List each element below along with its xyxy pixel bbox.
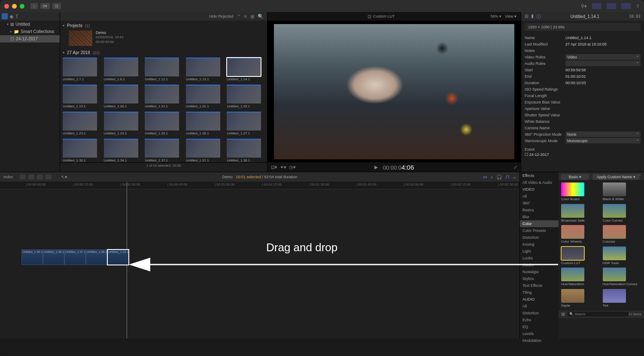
browser-clip[interactable]: Untitled_1.34.1 — [104, 139, 142, 162]
browser-clip[interactable]: Untitled_1.24.1 — [104, 112, 142, 135]
effects-category[interactable]: Light — [520, 248, 559, 255]
timeline-clip[interactable]: Untitled_1.36.1 — [21, 250, 43, 265]
photos-tab-icon[interactable]: ◉ — [9, 14, 14, 19]
effects-category[interactable]: All — [520, 303, 559, 310]
effects-category[interactable]: Echo — [520, 316, 559, 323]
effects-category[interactable]: Text Effects — [520, 282, 559, 289]
zoom-dropdown[interactable]: 56% ▾ — [491, 14, 502, 18]
link-button[interactable]: ⨝ — [513, 174, 516, 180]
enhance-button[interactable]: ✦▾ — [280, 164, 286, 170]
effects-category[interactable]: Tiling — [520, 289, 559, 296]
layout-1-button[interactable] — [592, 3, 601, 9]
fullscreen-button[interactable]: ⤢ — [513, 164, 517, 170]
filmstrip-view-button[interactable]: ≡ — [244, 14, 247, 19]
inspector-video-tab[interactable]: ⊟ — [525, 13, 529, 20]
timeline-ruler[interactable]: | 00:00:00:00| 00:00:15:00| 00:00:30:00|… — [0, 182, 519, 189]
inspector-filmstrip-tab[interactable]: ▮ — [531, 13, 534, 20]
browser-clip[interactable]: Untitled_1.37.1 — [186, 139, 224, 162]
titles-tab-icon[interactable]: T — [15, 14, 18, 19]
index-button[interactable]: Index — [3, 175, 13, 179]
browser-clip[interactable]: Untitled_1.13.1 — [186, 58, 224, 81]
effects-category[interactable]: Levels — [520, 330, 559, 337]
browser-clip[interactable]: Untitled_1.26.1 — [186, 112, 224, 135]
browser-clip[interactable]: Untitled_1.38.1 — [227, 139, 264, 162]
browser-clip[interactable]: Untitled_1.27.1 — [227, 112, 264, 135]
retime-button[interactable]: ◷▾ — [289, 164, 296, 170]
effect-item[interactable]: Colorize — [603, 225, 642, 244]
effect-item[interactable]: Custom LUT — [561, 246, 600, 265]
effects-category[interactable]: AUDIO — [520, 296, 559, 303]
effect-item[interactable]: Tint — [603, 289, 642, 308]
audio-skim-button[interactable]: ♪ — [491, 174, 493, 180]
effects-category[interactable]: Masks — [520, 262, 559, 268]
effects-thumbs-button[interactable]: ⊞ — [561, 311, 565, 317]
tl-tool-1[interactable] — [20, 174, 26, 180]
tl-tool-4[interactable] — [46, 174, 52, 180]
effects-search[interactable]: 🔍 Search — [568, 312, 629, 316]
browser-clip[interactable]: Untitled_1.30.1 — [63, 139, 100, 162]
apply-custom-name-dropdown[interactable]: Apply Custom Name ▾ — [592, 174, 640, 180]
list-view-button[interactable]: ⊞ — [250, 14, 254, 19]
select-tool[interactable]: ↖▾ — [61, 174, 67, 180]
snap-button[interactable]: ⊓ — [506, 174, 510, 180]
bg-tasks-button[interactable]: ◷ — [52, 3, 61, 9]
timeline-clip[interactable]: Untitled_1.14.1 — [107, 250, 129, 265]
project-item[interactable]: Demo 02/05/2018, 15:43 00:00:52:04 — [69, 30, 264, 46]
view-dropdown[interactable]: View ▾ — [505, 14, 516, 18]
play-button[interactable]: ▶ — [374, 164, 378, 170]
browser-clip[interactable]: Untitled_1.14.1 — [227, 58, 264, 81]
effect-item[interactable]: Color Board — [561, 183, 600, 201]
viewer-frame[interactable] — [274, 24, 514, 159]
effects-category[interactable]: Basics — [520, 207, 559, 213]
layout-2-button[interactable] — [607, 3, 616, 9]
browser-clip[interactable]: Untitled_1.7.1 — [63, 58, 100, 81]
effects-category[interactable]: All Video & Audio — [520, 179, 559, 186]
effect-item[interactable]: Black & White — [603, 183, 642, 201]
browser-clip[interactable]: Untitled_1.23.1 — [63, 112, 100, 135]
effects-category[interactable]: VIDEO — [520, 186, 559, 193]
effects-category[interactable]: All — [520, 193, 559, 200]
metadata-view-dropdown[interactable]: Basic ▾ — [561, 174, 589, 180]
browser-clip[interactable]: Untitled_1.15.1 — [63, 85, 100, 108]
browser-clip[interactable]: Untitled_1.20.1 — [104, 85, 142, 108]
effect-item[interactable]: Color Wheels — [561, 225, 600, 244]
effects-category[interactable]: EQ — [520, 323, 559, 330]
close-window-button[interactable] — [4, 4, 9, 9]
effects-category[interactable]: Modulation — [520, 337, 559, 344]
sidebar-library[interactable]: ▾⊞ Untitled — [0, 21, 60, 28]
effects-category[interactable]: Stylize — [520, 275, 559, 282]
timeline-clip[interactable]: Untitled_1.46.1 — [43, 250, 64, 265]
hide-rejected-button[interactable]: Hide Rejected — [209, 14, 234, 18]
inspector-select[interactable]: ⌃ — [565, 61, 641, 66]
effects-category[interactable]: Keying — [520, 241, 559, 248]
inspector-info-tab[interactable]: ⓘ — [536, 13, 541, 20]
timeline-tracks[interactable]: Untitled_1.36.1Untitled_1.46.1Untitled_1… — [0, 189, 519, 338]
skimming-button[interactable]: ≡• — [483, 174, 487, 180]
keyword-button[interactable]: 0▾ — [40, 3, 50, 9]
solo-button[interactable]: 🎧 — [496, 174, 502, 180]
effect-item[interactable]: Color Curves — [603, 204, 642, 223]
minimize-window-button[interactable] — [12, 4, 17, 9]
timeline-clip[interactable]: Untitled_1.38.1 — [86, 250, 107, 265]
browser-clip[interactable]: Untitled_1.22.1 — [227, 85, 264, 108]
browser-clip[interactable]: Untitled_1.21.1 — [186, 85, 224, 108]
effects-category[interactable]: Looks — [520, 255, 559, 262]
maximize-window-button[interactable] — [20, 4, 24, 9]
tl-tool-2[interactable] — [28, 174, 34, 180]
sidebar-smart-collections[interactable]: ▸📁 Smart Collections — [0, 28, 60, 35]
effects-category[interactable]: Distortion — [520, 234, 559, 241]
effect-item[interactable]: Hue/Saturation Curves — [603, 268, 642, 286]
effects-category[interactable]: Nostalgia — [520, 268, 559, 275]
layout-3-button[interactable] — [621, 3, 631, 9]
effects-category[interactable]: Blur — [520, 213, 559, 220]
import-button[interactable]: ↓ — [30, 3, 38, 9]
timeline-clip[interactable]: Untitled_1.37.1 — [64, 250, 86, 265]
tl-tool-3[interactable] — [37, 174, 43, 180]
effect-item[interactable]: HDR Tools — [603, 246, 642, 265]
link-icon[interactable]: ⚲▾ — [581, 3, 587, 9]
effects-category[interactable]: 360° — [520, 200, 559, 207]
browser-clip[interactable]: Untitled_1.21.1 — [145, 85, 182, 108]
inspector-select[interactable]: Monoscopic⌃ — [565, 138, 641, 143]
share-icon[interactable]: ⇪ — [636, 3, 640, 9]
browser-clip[interactable]: Untitled_1.8.1 — [104, 58, 142, 81]
